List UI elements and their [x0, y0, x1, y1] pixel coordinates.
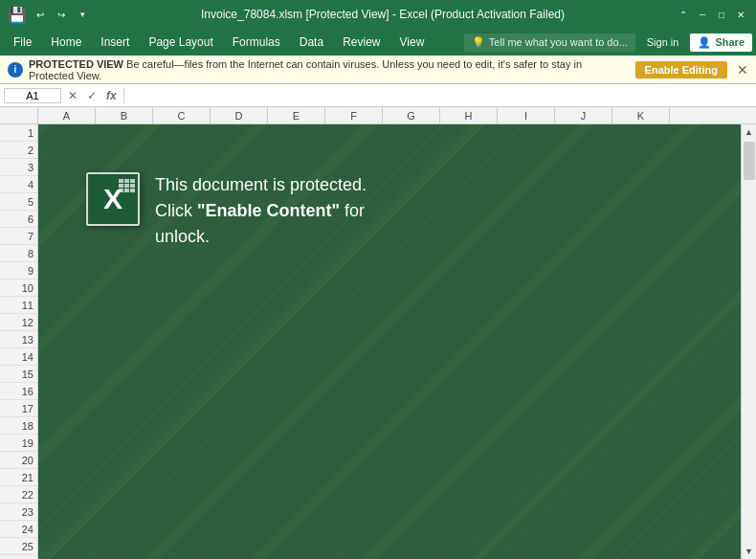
col-header-a[interactable]: A [38, 107, 96, 124]
scroll-thumb[interactable] [744, 142, 755, 180]
row-7[interactable]: 7 [0, 228, 37, 245]
customize-btn[interactable]: ▾ [75, 7, 90, 22]
cell-reference-box[interactable] [4, 88, 61, 103]
row-5[interactable]: 5 [0, 193, 37, 211]
menu-bar-right: 💡 Tell me what you want to do... Sign in… [464, 34, 752, 52]
ribbon-collapse-btn[interactable]: ⌃ [676, 7, 691, 22]
protected-line1: This document is protected. [155, 172, 367, 198]
row-22[interactable]: 22 [0, 486, 37, 503]
menu-review[interactable]: Review [333, 32, 389, 53]
row-numbers: 1 2 3 4 5 6 7 8 9 10 11 12 13 14 15 16 1… [0, 124, 38, 559]
row-10[interactable]: 10 [0, 280, 37, 297]
row-20[interactable]: 20 [0, 452, 37, 469]
window-controls: ⌃ ─ □ ✕ [676, 7, 748, 22]
row-9[interactable]: 9 [0, 262, 37, 280]
row-8[interactable]: 8 [0, 245, 37, 262]
enable-editing-button[interactable]: Enable Editing [635, 61, 727, 78]
col-header-c[interactable]: C [153, 107, 211, 124]
window-title: Invoice_78084.xlsm [Protected View] - Ex… [90, 8, 676, 21]
minimize-btn[interactable]: ─ [695, 7, 710, 22]
cancel-formula-btn[interactable]: ✕ [65, 89, 80, 102]
col-header-g[interactable]: G [383, 107, 440, 124]
restore-btn[interactable]: □ [714, 7, 729, 22]
menu-page-layout[interactable]: Page Layout [139, 32, 222, 53]
row-17[interactable]: 17 [0, 400, 37, 417]
row-15[interactable]: 15 [0, 366, 37, 383]
row-21[interactable]: 21 [0, 469, 37, 486]
protected-message: This document is protected. Click "Enabl… [155, 172, 367, 250]
row-13[interactable]: 13 [0, 331, 37, 348]
protected-bar-close[interactable]: ✕ [737, 62, 748, 78]
menu-home[interactable]: Home [41, 32, 91, 53]
protected-content-overlay: X This document is protected. Click "Ena… [67, 153, 386, 269]
row-23[interactable]: 23 [0, 503, 37, 521]
row-19[interactable]: 19 [0, 435, 37, 452]
menu-insert[interactable]: Insert [91, 32, 139, 53]
menu-view[interactable]: View [390, 32, 434, 53]
title-bar-left: 💾 ↩ ↪ ▾ [8, 6, 90, 24]
sheet-content[interactable]: X This document is protected. Click "Ena… [38, 124, 741, 559]
row-24[interactable]: 24 [0, 521, 37, 538]
sign-in-btn[interactable]: Sign in [639, 34, 687, 51]
row-26[interactable]: 26 [0, 555, 37, 559]
row-25[interactable]: 25 [0, 538, 37, 555]
row-16[interactable]: 16 [0, 383, 37, 400]
col-header-i[interactable]: I [498, 107, 555, 124]
title-bar: 💾 ↩ ↪ ▾ Invoice_78084.xlsm [Protected Vi… [0, 0, 756, 29]
col-header-b[interactable]: B [96, 107, 153, 124]
formula-input[interactable] [128, 89, 752, 102]
grid-area: 1 2 3 4 5 6 7 8 9 10 11 12 13 14 15 16 1… [0, 124, 756, 559]
insert-function-btn[interactable]: fx [103, 89, 120, 102]
close-btn[interactable]: ✕ [733, 7, 748, 22]
share-button[interactable]: 👤 Share [690, 34, 752, 52]
formula-bar: ✕ ✓ fx [0, 84, 756, 107]
col-header-f[interactable]: F [325, 107, 383, 124]
row-18[interactable]: 18 [0, 417, 37, 435]
row-11[interactable]: 11 [0, 297, 37, 314]
scroll-down-btn[interactable]: ▼ [742, 544, 757, 559]
lightbulb-icon: 💡 [472, 36, 485, 49]
protected-view-bar: i PROTECTED VIEW Be careful—files from t… [0, 56, 756, 84]
protected-icon: i [8, 62, 23, 78]
excel-icon: 💾 [8, 6, 27, 24]
row-2[interactable]: 2 [0, 142, 37, 159]
col-header-e[interactable]: E [268, 107, 325, 124]
row-1[interactable]: 1 [0, 124, 37, 142]
row-14[interactable]: 14 [0, 348, 37, 366]
protected-line3: unlock. [155, 224, 367, 250]
row-12[interactable]: 12 [0, 314, 37, 331]
main-content: A B C D E F G H I J K 1 2 3 4 5 6 7 8 9 … [0, 107, 756, 559]
scroll-track[interactable] [742, 140, 757, 544]
excel-logo: X [86, 172, 140, 226]
col-header-d[interactable]: D [211, 107, 268, 124]
row-6[interactable]: 6 [0, 211, 37, 228]
protected-view-text: PROTECTED VIEW Be careful—files from the… [29, 58, 630, 81]
menu-formulas[interactable]: Formulas [223, 32, 290, 53]
row-col-corner [0, 107, 38, 124]
tell-me-input[interactable]: 💡 Tell me what you want to do... [464, 34, 635, 52]
scroll-up-btn[interactable]: ▲ [742, 124, 757, 140]
menu-bar: File Home Insert Page Layout Formulas Da… [0, 29, 756, 56]
menu-data[interactable]: Data [290, 32, 333, 53]
col-header-j[interactable]: J [555, 107, 612, 124]
vertical-scrollbar[interactable]: ▲ ▼ [741, 124, 756, 559]
undo-btn[interactable]: ↩ [33, 7, 48, 22]
formula-divider [123, 88, 124, 103]
row-4[interactable]: 4 [0, 176, 37, 193]
redo-btn[interactable]: ↪ [54, 7, 69, 22]
col-header-k[interactable]: K [612, 107, 670, 124]
share-icon: 👤 [698, 36, 711, 49]
column-headers: A B C D E F G H I J K [0, 107, 756, 124]
menu-file[interactable]: File [4, 32, 41, 53]
row-3[interactable]: 3 [0, 159, 37, 176]
col-header-h[interactable]: H [440, 107, 498, 124]
confirm-formula-btn[interactable]: ✓ [84, 89, 100, 102]
protected-line2: Click "Enable Content" for [155, 198, 367, 224]
